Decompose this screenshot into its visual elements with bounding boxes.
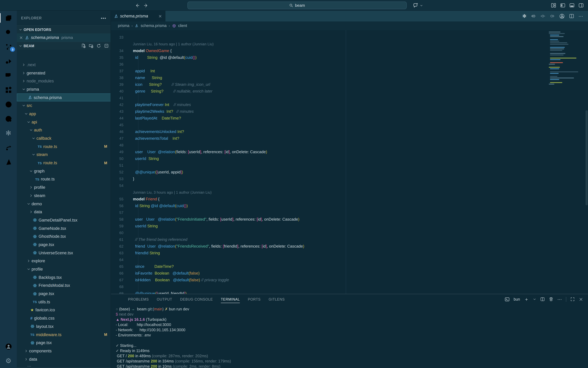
tree-item-profile[interactable]: profile — [17, 265, 111, 273]
code-line-55[interactable]: 55model Friend { — [111, 196, 588, 202]
code-line-38[interactable]: 38 name String — [111, 74, 588, 81]
git-blame-annotation[interactable]: Junnian Liu, 16 hours ago | 1 author (Ju… — [111, 41, 588, 47]
code-line-66[interactable]: 66 isFavorite Boolean @default(false) — [111, 270, 588, 277]
tree-item-globals-css[interactable]: #globals.css — [17, 314, 111, 322]
tree-item-graph[interactable]: graph — [17, 167, 111, 175]
toggle-panel-icon[interactable] — [569, 3, 575, 8]
code-line-56[interactable]: 56 id String @id @default(cuid()) — [111, 202, 588, 209]
code-line-53[interactable]: 53} — [111, 175, 588, 182]
next-change-icon[interactable] — [550, 13, 555, 19]
activity-source-control-icon[interactable]: 3 — [0, 39, 17, 54]
code-line-43[interactable]: 43 playtime2Weeks Int? // minutes — [111, 108, 588, 115]
code-area[interactable]: 33Junnian Liu, 16 hours ago | 1 author (… — [111, 30, 588, 294]
copilot-menu[interactable] — [413, 1, 423, 9]
git-blame-annotation[interactable]: Junnian Liu, 3 hours ago | 1 author (Jun… — [111, 189, 588, 196]
close-panel-icon[interactable] — [579, 297, 583, 301]
code-line-58[interactable]: 58 user User @relation("FriendsInitiated… — [111, 216, 588, 223]
split-editor-icon[interactable] — [569, 13, 574, 19]
breadcrumb-folder[interactable]: prisma — [118, 24, 129, 28]
tree-item-generated[interactable]: generated — [17, 69, 111, 77]
code-line-62[interactable]: 62 friend User @relation("FriendsReceive… — [111, 243, 588, 250]
code-line-57[interactable]: 57 — [111, 209, 588, 216]
code-line-65[interactable]: 65 since DateTime? — [111, 263, 588, 270]
tree-item-route-ts[interactable]: TSroute.ts — [17, 175, 111, 183]
more-actions-icon[interactable]: ⋯ — [579, 14, 583, 18]
tree-item-callback[interactable]: callback — [17, 134, 111, 142]
code-line-52[interactable]: 52 @@unique([userId, appid]) — [111, 169, 588, 175]
tab-schema-prisma[interactable]: schema.prisma — [111, 11, 165, 21]
tree-item-demo[interactable]: demo — [17, 200, 111, 208]
activity-explorer-icon[interactable] — [0, 11, 17, 25]
tree-item-middleware-ts[interactable]: TSmiddleware.tsM — [17, 331, 111, 339]
tree-item-profile[interactable]: profile — [17, 183, 111, 192]
search-box[interactable]: beam — [187, 1, 407, 9]
new-file-icon[interactable] — [81, 44, 86, 48]
current-change-icon[interactable] — [540, 13, 545, 19]
code-line-36[interactable]: 36 — [111, 61, 588, 68]
panel-tab-ports[interactable]: PORTS — [248, 294, 261, 304]
kill-terminal-icon[interactable] — [549, 297, 553, 302]
tree-item-page-tsx[interactable]: page.tsx — [17, 290, 111, 298]
code-line-35[interactable]: 35 id String @id @default(cuid()) — [111, 54, 588, 61]
tree-item-friendsmodal-tsx[interactable]: FriendsModal.tsx — [17, 281, 111, 290]
panel-tab-output[interactable]: OUTPUT — [157, 294, 172, 304]
tree-item-gamedetailpanel-tsx[interactable]: GameDetailPanel.tsx — [17, 216, 111, 224]
activity-extensions-icon[interactable] — [0, 83, 17, 97]
commit-graph-icon[interactable] — [559, 13, 565, 19]
tree-item-api[interactable]: api — [17, 118, 111, 126]
tree-item-route-ts[interactable]: TSroute.tsM — [17, 142, 111, 151]
code-line-34[interactable]: 34model OwnedGame { — [111, 47, 588, 54]
toggle-secondary-sidebar-icon[interactable] — [579, 3, 584, 8]
collapse-folders-icon[interactable] — [104, 44, 109, 48]
outline-header[interactable]: OUTLINE — [17, 367, 111, 368]
code-line-37[interactable]: 37 appid Int — [111, 68, 588, 74]
activity-remote-explorer-icon[interactable] — [0, 68, 17, 83]
tree-item-steam[interactable]: steam — [17, 151, 111, 159]
code-line-69[interactable]: 69 @@unique([userId, friendId]) — [111, 290, 588, 294]
code-line-63[interactable]: 63 friendId String — [111, 250, 588, 257]
code-line-59[interactable]: 59 userId String — [111, 223, 588, 230]
tree-item-page-tsx[interactable]: page.tsx — [17, 240, 111, 249]
panel-tab-gitlens[interactable]: GITLENS — [269, 294, 285, 304]
previous-change-icon[interactable] — [531, 13, 536, 19]
tree-item-route-ts[interactable]: TSroute.tsM — [17, 159, 111, 167]
terminal-output[interactable]: ○ (base) → beam git:(main) ✗ bun run dev… — [111, 307, 588, 368]
tree-item-auth[interactable]: auth — [17, 126, 111, 134]
code-line-47[interactable]: 47 achievementsTotal Int? — [111, 135, 588, 142]
tree-item-data[interactable]: data — [17, 355, 111, 363]
code-line-44[interactable]: 44 lastPlayedAt DateTime? — [111, 115, 588, 122]
forward-arrow-icon[interactable] — [144, 3, 149, 8]
panel-tab-terminal[interactable]: TERMINAL — [221, 294, 240, 304]
tree-item-components[interactable]: components — [17, 347, 111, 355]
maximize-panel-icon[interactable] — [570, 297, 575, 302]
tree-item-layout-tsx[interactable]: layout.tsx — [17, 322, 111, 331]
tree-item-page-tsx[interactable]: page.tsx — [17, 339, 111, 347]
activity-continue-icon[interactable] — [0, 140, 17, 155]
code-line-51[interactable]: 51 — [111, 162, 588, 169]
close-icon[interactable] — [158, 14, 162, 18]
code-line-48[interactable]: 48 — [111, 142, 588, 149]
refresh-icon[interactable] — [97, 44, 101, 48]
breadcrumb-symbol[interactable]: client — [178, 24, 187, 28]
code-line-60[interactable]: 60 — [111, 230, 588, 236]
sidebar-more-icon[interactable]: ••• — [101, 16, 106, 20]
back-arrow-icon[interactable] — [135, 3, 140, 8]
scrollbar-thumb[interactable] — [586, 110, 588, 205]
code-line-41[interactable]: 41 — [111, 95, 588, 101]
activity-account-icon[interactable] — [0, 339, 17, 354]
activity-gitlens-inspect-icon[interactable] — [0, 111, 17, 126]
activity-chatgpt-icon[interactable]: ✻ — [0, 126, 17, 140]
code-line-33[interactable]: 33 — [111, 34, 588, 41]
code-line-40[interactable]: 40 genre String? // nullable, enrich lat… — [111, 88, 588, 95]
tree-item--next[interactable]: .next — [17, 61, 111, 69]
chatgpt-icon[interactable]: ✻ — [522, 14, 526, 18]
tree-item-backlogs-tsx[interactable]: Backlogs.tsx — [17, 273, 111, 281]
tree-item-gamenode-tsx[interactable]: GameNode.tsx — [17, 224, 111, 232]
tree-item-utils-ts[interactable]: TSutils.ts — [17, 298, 111, 306]
tree-item-explore[interactable]: explore — [17, 257, 111, 265]
code-line-67[interactable]: 67 isHidden Boolean @default(false) // p… — [111, 277, 588, 284]
toggle-primary-sidebar-icon[interactable] — [560, 3, 565, 8]
new-terminal-icon[interactable]: ＋ — [524, 297, 529, 302]
tree-item-node-modules[interactable]: node_modules — [17, 77, 111, 85]
breadcrumb[interactable]: prisma › schema.prisma › client — [111, 21, 588, 30]
